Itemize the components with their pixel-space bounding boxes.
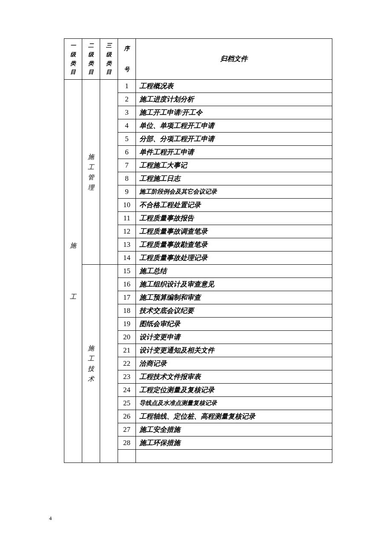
- file-cell: 施工安全措施: [136, 423, 332, 436]
- level3-category: [100, 265, 118, 463]
- header-row: 一级类目 二级类目 三级类目 序 号 归档文件: [64, 39, 332, 80]
- table-row: 施工施工管理1工程概况表: [64, 80, 332, 93]
- header-seq-bottom: 号: [119, 65, 135, 74]
- seq-cell: 9: [118, 185, 136, 199]
- seq-cell: 17: [118, 291, 136, 304]
- file-cell: 工程定位测量及复核记录: [136, 384, 332, 397]
- file-cell: 工程质量事故勘查笔录: [136, 238, 332, 251]
- seq-cell: 11: [118, 212, 136, 225]
- file-cell: 图纸会审纪录: [136, 318, 332, 331]
- file-cell: 设计变更申请: [136, 331, 332, 344]
- table-row: 施工技术15施工总结: [64, 265, 332, 278]
- file-cell: 设计变更通知及相关文件: [136, 344, 332, 357]
- header-file: 归档文件: [136, 39, 332, 80]
- page-number: 4: [49, 515, 52, 522]
- seq-cell: 14: [118, 251, 136, 265]
- file-cell: 施工总结: [136, 265, 332, 278]
- header-seq: 序 号: [118, 39, 136, 80]
- seq-cell: 2: [118, 93, 136, 106]
- seq-cell: 18: [118, 304, 136, 318]
- file-cell: 工程技术文件报审表: [136, 370, 332, 384]
- file-cell: 洽商记录: [136, 357, 332, 370]
- file-cell: 技术交底会议纪要: [136, 304, 332, 318]
- seq-cell: 1: [118, 80, 136, 93]
- file-cell: 单位、单项工程开工申请: [136, 119, 332, 133]
- level2-category: 施工管理: [82, 80, 100, 265]
- file-cell: 单件工程开工申请: [136, 146, 332, 159]
- seq-cell: 15: [118, 265, 136, 278]
- header-l1: 一级类目: [64, 39, 82, 80]
- seq-cell: 12: [118, 225, 136, 238]
- seq-cell: 25: [118, 397, 136, 410]
- archive-table: 一级类目 二级类目 三级类目 序 号 归档文件 施工施工管理1工程概况表2施工进…: [64, 38, 332, 463]
- seq-cell: 20: [118, 331, 136, 344]
- file-cell: 分部、分项工程开工申请: [136, 133, 332, 146]
- file-cell: 施工环保措施: [136, 436, 332, 450]
- file-cell: 施工组织设计及审查意见: [136, 278, 332, 291]
- seq-cell: 24: [118, 384, 136, 397]
- seq-cell: 16: [118, 278, 136, 291]
- file-cell: 施工预算编制和审查: [136, 291, 332, 304]
- file-cell: 施工阶段例会及其它会议记录: [136, 185, 332, 199]
- seq-cell: 4: [118, 119, 136, 133]
- seq-cell: 22: [118, 357, 136, 370]
- seq-cell: 13: [118, 238, 136, 251]
- seq-cell: 10: [118, 199, 136, 212]
- level3-category: [100, 80, 118, 265]
- file-cell: 工程施工大事记: [136, 159, 332, 172]
- file-cell: [136, 450, 332, 463]
- seq-cell: 26: [118, 410, 136, 423]
- file-cell: 工程质量事故调查笔录: [136, 225, 332, 238]
- file-cell: 施工进度计划分析: [136, 93, 332, 106]
- seq-cell: [118, 450, 136, 463]
- seq-cell: 23: [118, 370, 136, 384]
- file-cell: 工程质量事故报告: [136, 212, 332, 225]
- level2-category: 施工技术: [82, 265, 100, 463]
- level1-category: 施工: [64, 80, 82, 463]
- seq-cell: 19: [118, 318, 136, 331]
- file-cell: 工程施工日志: [136, 172, 332, 185]
- file-cell: 不合格工程处置记录: [136, 199, 332, 212]
- seq-cell: 6: [118, 146, 136, 159]
- seq-cell: 27: [118, 423, 136, 436]
- header-seq-top: 序: [119, 44, 135, 53]
- file-cell: 导线点及水准点测量复核记录: [136, 397, 332, 410]
- header-l3: 三级类目: [100, 39, 118, 80]
- file-cell: 工程轴线、定位桩、高程测量复核记录: [136, 410, 332, 423]
- seq-cell: 7: [118, 159, 136, 172]
- file-cell: 施工开工申请/开工令: [136, 106, 332, 119]
- seq-cell: 5: [118, 133, 136, 146]
- seq-cell: 8: [118, 172, 136, 185]
- header-l2: 二级类目: [82, 39, 100, 80]
- file-cell: 工程概况表: [136, 80, 332, 93]
- file-cell: 工程质量事故处理记录: [136, 251, 332, 265]
- seq-cell: 3: [118, 106, 136, 119]
- seq-cell: 28: [118, 436, 136, 450]
- seq-cell: 21: [118, 344, 136, 357]
